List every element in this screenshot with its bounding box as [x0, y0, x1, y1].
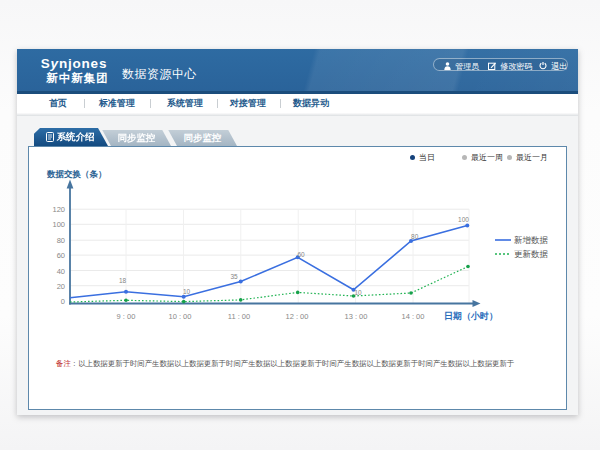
svg-text:日期（小时）: 日期（小时） — [444, 311, 498, 321]
svg-text:11 : 00: 11 : 00 — [228, 312, 250, 321]
svg-text:60: 60 — [57, 251, 65, 260]
svg-text:10: 10 — [354, 289, 362, 296]
svg-text:100: 100 — [458, 216, 469, 223]
svg-text:12 : 00: 12 : 00 — [286, 312, 309, 321]
svg-text:40: 40 — [57, 267, 65, 276]
svg-text:60: 60 — [297, 251, 305, 258]
svg-text:10: 10 — [183, 288, 191, 295]
svg-text:13 : 00: 13 : 00 — [345, 312, 368, 321]
svg-text:80: 80 — [57, 236, 65, 245]
svg-text:新增数据: 新增数据 — [514, 235, 549, 245]
svg-text:120: 120 — [52, 205, 65, 214]
svg-text:14 : 00: 14 : 00 — [402, 312, 425, 321]
svg-text:35: 35 — [230, 273, 238, 280]
svg-text:100: 100 — [52, 220, 65, 229]
svg-text:18: 18 — [119, 277, 127, 284]
svg-text:20: 20 — [57, 282, 65, 291]
svg-text:更新数据: 更新数据 — [514, 249, 549, 259]
svg-text:10 : 00: 10 : 00 — [169, 312, 192, 321]
svg-text:9 : 00: 9 : 00 — [117, 312, 136, 321]
svg-text:80: 80 — [411, 233, 419, 240]
svg-text:0: 0 — [61, 297, 65, 306]
